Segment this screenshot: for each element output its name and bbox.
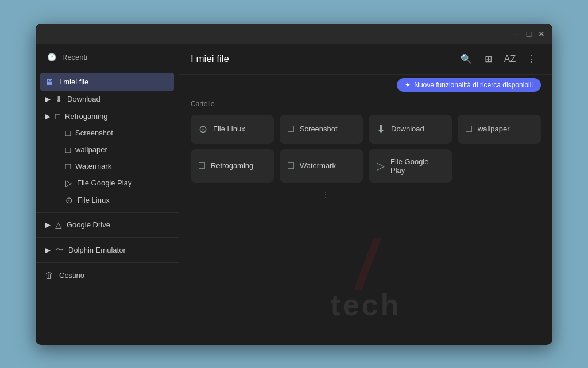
separator-2 (36, 212, 179, 213)
filegoogleplay-icon: ▷ (65, 178, 72, 188)
content-area: ⋮ I miei file 🔍 ⊞ AZ ⋮ (179, 44, 552, 345)
wallpaper-card-label: wallpaper (478, 125, 510, 133)
folder-card-wallpaper[interactable]: □ wallpaper (458, 115, 541, 144)
dolphin-chevron: ▶ (45, 246, 51, 254)
content-header: I miei file 🔍 ⊞ AZ ⋮ (179, 44, 552, 75)
header-actions: 🔍 ⊞ AZ ⋮ (457, 50, 541, 68)
sidebar-item-myfiles[interactable]: 🖥 I miei file (40, 73, 174, 91)
myfiles-icon: 🖥 (45, 77, 53, 87)
screenshot-card-label: Screenshot (300, 125, 338, 133)
googledrive-icon: △ (55, 220, 62, 230)
googledrive-chevron: ▶ (45, 220, 51, 229)
star-icon: ✦ (405, 81, 411, 89)
folder-card-filegoogleplay[interactable]: ▷ File Google Play (369, 149, 452, 183)
sidebar: 🕐 Recenti 🖥 I miei file ▶ ⬇ Download ▶ □… (36, 44, 179, 345)
folder-card-screenshot[interactable]: □ Screenshot (280, 115, 363, 144)
grid-icon: ⊞ (485, 53, 492, 64)
wallpaper-card-icon: □ (466, 123, 472, 135)
recents-icon: 🕐 (47, 53, 56, 61)
dolphin-icon: 〜 (55, 245, 64, 255)
sidebar-filelinux-label: File Linux (78, 196, 110, 204)
sidebar-recents-label: Recenti (62, 53, 87, 61)
sidebar-dolphin-label: Dolphin Emulator (68, 246, 126, 254)
sidebar-item-cestino[interactable]: 🗑 Cestino (36, 266, 179, 284)
watermark-slash: / (331, 230, 401, 299)
filelinux-card-label: File Linux (213, 125, 245, 133)
page-title: I miei file (191, 53, 229, 65)
watermark-card-label: Watermark (300, 161, 336, 170)
separator-1 (36, 69, 179, 69)
watermark-folder-icon: □ (65, 161, 71, 171)
folder-card-download[interactable]: ⬇ Download (369, 115, 452, 144)
sidebar-screenshot-label: Screenshot (75, 129, 113, 137)
filelinux-card-icon: ⊙ (199, 123, 207, 135)
sidebar-item-recents[interactable]: 🕐 Recenti (36, 49, 179, 65)
screenshot-folder-icon: □ (65, 128, 71, 138)
minimize-button[interactable]: ─ (512, 30, 520, 38)
separator-4 (36, 262, 179, 263)
sidebar-item-watermark[interactable]: □ Watermark (36, 158, 179, 175)
retrogaming-card-label: Retrogaming (211, 161, 253, 170)
sort-icon: AZ (504, 54, 516, 64)
sidebar-googledrive-label: Google Drive (67, 220, 110, 229)
sidebar-filegoogleplay-label: File Google Play (77, 179, 131, 187)
download-card-icon: ⬇ (377, 123, 385, 135)
folder-card-retrogaming[interactable]: □ Retrogaming (191, 149, 274, 183)
notification-bar: ✦ Nuove funzionalità di ricerca disponib… (179, 75, 552, 95)
wallpaper-folder-icon: □ (65, 145, 71, 154)
cestino-icon: 🗑 (45, 270, 53, 280)
sidebar-download-label: Download (67, 95, 100, 103)
download-card-label: Download (391, 125, 424, 133)
folder-card-filelinux[interactable]: ⊙ File Linux (191, 115, 274, 144)
watermark-text: tech (331, 288, 401, 322)
drag-handle[interactable]: ⋮ (322, 190, 330, 199)
retrogaming-folder-icon: □ (55, 111, 60, 121)
more-icon: ⋮ (527, 53, 536, 64)
sidebar-retrogaming-label: Retrogaming (65, 112, 107, 121)
cartelle-section-label: Cartelle (179, 95, 552, 110)
sidebar-item-filelinux[interactable]: ⊙ File Linux (36, 192, 179, 209)
search-icon: 🔍 (461, 53, 472, 64)
sidebar-item-dolphin[interactable]: ▶ 〜 Dolphin Emulator (36, 241, 179, 259)
sidebar-item-retrogaming[interactable]: ▶ □ Retrogaming (36, 108, 179, 125)
filelinux-icon: ⊙ (65, 195, 73, 206)
filegoogleplay-card-label: File Google Play (390, 157, 444, 175)
separator-3 (36, 237, 179, 238)
sidebar-watermark-label: Watermark (75, 162, 111, 171)
watermark-overlay: / tech (331, 230, 401, 322)
folder-card-watermark[interactable]: □ Watermark (280, 149, 363, 183)
sidebar-wallpaper-label: wallpaper (75, 145, 107, 154)
download-chevron: ▶ (45, 95, 51, 103)
download-icon: ⬇ (55, 94, 63, 104)
maximize-button[interactable]: □ (525, 30, 533, 38)
close-button[interactable]: ✕ (537, 30, 546, 38)
notification-text: Nuove funzionalità di ricerca disponibil… (414, 81, 533, 89)
filegoogleplay-card-icon: ▷ (377, 160, 385, 172)
sidebar-item-googledrive[interactable]: ▶ △ Google Drive (36, 216, 179, 234)
sidebar-item-download[interactable]: ▶ ⬇ Download (36, 91, 179, 108)
grid-view-button[interactable]: ⊞ (479, 50, 497, 68)
sidebar-item-screenshot[interactable]: □ Screenshot (36, 125, 179, 141)
sidebar-cestino-label: Cestino (59, 271, 84, 280)
sidebar-item-filegoogleplay[interactable]: ▷ File Google Play (36, 175, 179, 192)
screenshot-card-icon: □ (288, 123, 294, 135)
watermark-card-icon: □ (288, 160, 294, 172)
sidebar-item-wallpaper[interactable]: □ wallpaper (36, 141, 179, 158)
more-options-button[interactable]: ⋮ (523, 50, 541, 68)
main-layout: 🕐 Recenti 🖥 I miei file ▶ ⬇ Download ▶ □… (36, 44, 552, 345)
notification-pill[interactable]: ✦ Nuove funzionalità di ricerca disponib… (397, 78, 541, 92)
titlebar: ─ □ ✕ (36, 24, 552, 44)
sort-button[interactable]: AZ (501, 50, 519, 68)
folders-grid: ⊙ File Linux □ Screenshot ⬇ Download □ w… (179, 110, 552, 192)
retrogaming-chevron: ▶ (45, 112, 51, 121)
sidebar-myfiles-label: I miei file (59, 78, 88, 86)
retrogaming-card-icon: □ (199, 160, 205, 172)
file-manager-window: ─ □ ✕ 🕐 Recenti 🖥 I miei file ▶ ⬇ Downlo… (36, 24, 552, 345)
search-button[interactable]: 🔍 (457, 50, 475, 68)
